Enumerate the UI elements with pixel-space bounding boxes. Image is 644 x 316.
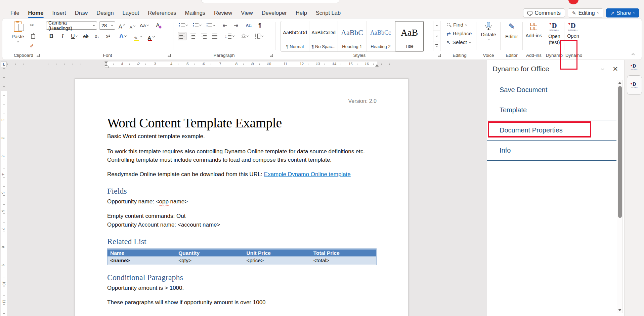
share-button[interactable]: ↗ Share xyxy=(606,8,639,17)
editing-mode-button[interactable]: ✎ Editing xyxy=(568,8,603,17)
highlight-color-button[interactable] xyxy=(133,32,143,40)
right-indent-marker[interactable] xyxy=(375,64,379,67)
shrink-font-button[interactable] xyxy=(128,21,136,30)
style-card-title[interactable]: AaBTitle xyxy=(395,21,424,51)
text-effects-icon xyxy=(119,33,124,39)
chevron-down-icon[interactable] xyxy=(601,67,604,70)
bullets-button[interactable] xyxy=(178,21,189,30)
show-paragraph-marks-button[interactable] xyxy=(256,21,264,30)
cut-button[interactable] xyxy=(28,21,36,29)
underline-button[interactable] xyxy=(70,32,79,40)
style-card--normal[interactable]: AaBbCcDd¶ Normal xyxy=(281,21,309,51)
tab-references[interactable]: References xyxy=(143,8,180,18)
style-card-heading-2[interactable]: AaBbCcHeading 2 xyxy=(367,21,395,51)
styles-more-button[interactable] xyxy=(433,41,440,51)
change-case-button[interactable] xyxy=(138,21,150,30)
addin-icon-strip: DDOCUMILL DDOCUMILL xyxy=(624,60,644,316)
clear-formatting-button[interactable] xyxy=(155,21,163,30)
panel-item-info[interactable]: Info xyxy=(487,141,616,161)
panel-menu: Save DocumentTemplateDocument Properties… xyxy=(487,80,616,161)
paste-button[interactable]: Paste xyxy=(9,21,27,53)
panel-scrollbar[interactable] xyxy=(617,80,623,313)
text-effects-button[interactable] xyxy=(118,32,128,40)
scroll-up-arrow-icon[interactable] xyxy=(618,82,621,84)
tab-draw[interactable]: Draw xyxy=(71,8,92,18)
close-icon[interactable]: ✕ xyxy=(612,66,618,72)
borders-button[interactable] xyxy=(254,32,264,40)
align-right-button[interactable] xyxy=(200,32,208,40)
word-application-window: FileHomeInsertDrawDesignLayoutReferences… xyxy=(0,0,644,316)
find-button[interactable]: Find xyxy=(443,21,472,29)
line-spacing-icon xyxy=(225,34,227,38)
tab-help[interactable]: Help xyxy=(291,8,311,18)
scroll-down-arrow-icon[interactable] xyxy=(618,309,621,311)
style-card-heading-1[interactable]: AaBbCHeading 1 xyxy=(338,21,367,51)
chevron-down-icon xyxy=(232,35,234,37)
dictate-button[interactable]: Dictate xyxy=(477,22,500,40)
tab-mailings[interactable]: Mailings xyxy=(181,8,210,18)
first-line-indent-marker[interactable] xyxy=(104,62,108,64)
format-painter-button[interactable] xyxy=(28,42,36,49)
copy-button[interactable] xyxy=(28,32,36,39)
shading-button[interactable] xyxy=(240,32,250,40)
decrease-indent-button[interactable] xyxy=(221,21,229,30)
left-indent-marker[interactable] xyxy=(104,64,108,67)
tab-design[interactable]: Design xyxy=(92,8,118,18)
tab-review[interactable]: Review xyxy=(210,8,237,18)
documill-addin-icon-active[interactable]: DDOCUMILL xyxy=(627,75,642,95)
tab-script-lab[interactable]: Script Lab xyxy=(311,8,345,18)
styles-scroll-down-button[interactable] xyxy=(433,31,440,41)
italic-button[interactable] xyxy=(58,32,67,40)
numbering-button[interactable] xyxy=(191,21,203,30)
tab-selector[interactable]: L xyxy=(1,62,7,67)
comments-button[interactable]: Comments xyxy=(523,8,565,17)
tab-view[interactable]: View xyxy=(237,8,257,18)
clipboard-dialog-launcher[interactable] xyxy=(37,54,40,57)
paragraph-dialog-launcher[interactable] xyxy=(270,54,273,57)
style-card--no-spac[interactable]: AaBbCcDd¶ No Spac... xyxy=(309,21,338,51)
font-size-combobox[interactable]: 28 xyxy=(99,22,115,30)
justify-button[interactable] xyxy=(211,32,219,40)
align-left-button[interactable] xyxy=(178,32,186,40)
panel-item-document-properties[interactable]: Document Properties xyxy=(487,120,616,141)
tab-developer[interactable]: Developer xyxy=(257,8,291,18)
replace-button[interactable]: Replace xyxy=(443,29,472,38)
increase-indent-button[interactable] xyxy=(232,21,240,30)
horizontal-ruler[interactable]: 12345678910111213141516 xyxy=(7,62,484,67)
addins-button[interactable]: Add-ins xyxy=(524,23,544,38)
tab-layout[interactable]: Layout xyxy=(118,8,144,18)
tab-file[interactable]: File xyxy=(6,8,24,18)
document-page[interactable]: Version: 2.0 Word Content Template Examp… xyxy=(75,78,409,316)
font-color-button[interactable]: A xyxy=(146,32,156,40)
version-text: Version: 2.0 xyxy=(107,97,377,105)
multilevel-list-button[interactable] xyxy=(205,21,216,30)
select-button[interactable]: Select xyxy=(443,38,472,47)
tab-insert[interactable]: Insert xyxy=(48,8,70,18)
font-name-combobox[interactable]: Cambria (Headings) xyxy=(46,22,97,30)
sort-button[interactable] xyxy=(245,21,253,30)
chevron-up-icon xyxy=(435,25,438,27)
panel-item-save-document[interactable]: Save Document xyxy=(487,80,616,100)
editor-button[interactable]: Editor xyxy=(502,23,522,39)
collapse-ribbon-icon[interactable] xyxy=(632,53,635,57)
styles-scroll-up-button[interactable] xyxy=(433,21,440,31)
search-box-remnant[interactable] xyxy=(202,0,339,3)
scrollbar-thumb[interactable] xyxy=(618,86,622,218)
styles-dialog-launcher[interactable] xyxy=(438,54,441,57)
tab-home[interactable]: Home xyxy=(24,8,48,18)
font-dialog-launcher[interactable] xyxy=(168,54,171,57)
chevron-down-icon xyxy=(487,38,489,40)
line-spacing-button[interactable] xyxy=(223,32,235,40)
panel-item-template[interactable]: Template xyxy=(487,100,616,120)
online-template-link[interactable]: Example Dynamo Online template xyxy=(264,171,351,177)
strikethrough-button[interactable] xyxy=(82,32,90,40)
grow-font-button[interactable] xyxy=(117,21,126,30)
documill-addin-icon[interactable]: DDOCUMILL xyxy=(625,64,644,70)
subscript-button[interactable] xyxy=(93,32,101,40)
bold-button[interactable] xyxy=(47,32,55,40)
vertical-ruler[interactable]: 123456789101112 xyxy=(1,68,7,316)
ruler-number: 10 xyxy=(267,62,271,66)
superscript-button[interactable] xyxy=(104,32,112,40)
dynamo-open-button[interactable]: DDOCUMILL Open xyxy=(565,22,581,39)
align-center-button[interactable] xyxy=(189,32,197,40)
